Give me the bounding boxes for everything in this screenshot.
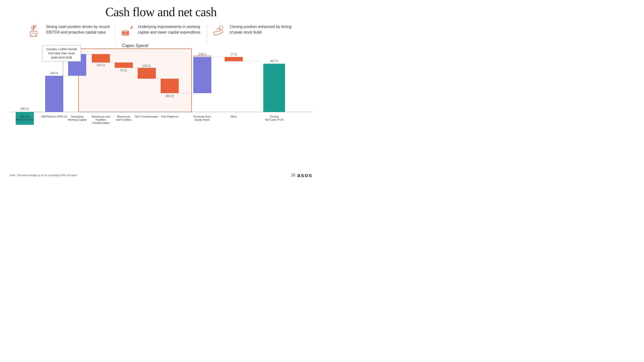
- svg-rect-38: [138, 68, 156, 79]
- svg-text:(19.2): (19.2): [96, 63, 105, 67]
- svg-point-9: [219, 26, 223, 29]
- svg-text:Warehouse: Warehouse: [117, 115, 130, 118]
- main-page: Cash flow and net cash Strong cash posit…: [0, 0, 322, 181]
- footer-right: 16 asos: [291, 172, 312, 179]
- svg-text:(28.0): (28.0): [142, 64, 151, 67]
- svg-text:EBITDA Excl IFRS 16: EBITDA Excl IFRS 16: [41, 115, 67, 118]
- svg-rect-42: [161, 79, 179, 93]
- svg-text:Underlying: Underlying: [71, 115, 84, 118]
- svg-text:Net Debt FY19: Net Debt FY19: [16, 118, 34, 121]
- svg-text:239.4: 239.4: [198, 52, 206, 56]
- svg-text:and Facilities: and Facilities: [116, 118, 132, 121]
- svg-text:(7.2): (7.2): [230, 52, 237, 56]
- svg-text:Facilities: Facilities: [96, 118, 106, 121]
- tooltip-text: Includes c.£89m benefit from later than …: [46, 47, 77, 59]
- bullets-section: Strong cash position driven by record EB…: [10, 24, 312, 38]
- svg-text:(60.2): (60.2): [166, 94, 174, 98]
- svg-text:Warehouse and: Warehouse and: [91, 115, 110, 118]
- footer: Note: The above bridge is on an excludin…: [10, 172, 312, 179]
- capex-label: Capex Spend: [122, 43, 148, 48]
- coins-stack-icon: [120, 24, 134, 38]
- svg-text:Proceeds from: Proceeds from: [194, 115, 211, 118]
- money-plant-icon: [28, 24, 43, 38]
- svg-text:240.9: 240.9: [50, 71, 58, 75]
- svg-text:Working Capital: Working Capital: [68, 118, 86, 121]
- bullet-1-text: Strong cash position driven by record EB…: [46, 24, 110, 35]
- bullet-3: Closing position enhanced by timing of p…: [207, 24, 299, 38]
- svg-text:(9.2): (9.2): [120, 68, 127, 72]
- bullet-2-text: Underlying improvements in working capit…: [138, 24, 202, 35]
- svg-text:Equity Raise: Equity Raise: [195, 118, 210, 121]
- svg-text:Tech Platforms: Tech Platforms: [161, 115, 178, 118]
- tooltip-box: Includes c.£89m benefit from later than …: [42, 45, 81, 61]
- hand-coins-icon: [212, 24, 226, 38]
- bullet-3-text: Closing position enhanced by timing of p…: [230, 24, 294, 35]
- svg-point-3: [34, 25, 36, 28]
- svg-rect-27: [92, 54, 110, 62]
- svg-rect-52: [225, 57, 243, 61]
- svg-text:Transformation: Transformation: [92, 121, 110, 124]
- page-title: Cash flow and net cash: [10, 5, 312, 19]
- bullet-2: Underlying improvements in working capit…: [115, 24, 207, 38]
- svg-point-2: [31, 26, 34, 29]
- svg-text:407.5: 407.5: [270, 59, 278, 63]
- svg-rect-0: [30, 31, 37, 36]
- svg-text:(90.5): (90.5): [20, 107, 29, 110]
- asos-logo: asos: [297, 172, 312, 179]
- svg-rect-33: [115, 62, 133, 68]
- chart-area: Includes c.£89m benefit from later than …: [10, 43, 312, 125]
- bullet-1: Strong cash position driven by record EB…: [24, 24, 115, 38]
- page-number: 16: [291, 173, 296, 177]
- svg-text:Opening: Opening: [20, 115, 30, 118]
- svg-rect-56: [263, 64, 285, 112]
- svg-rect-17: [45, 76, 63, 112]
- svg-text:Other: Other: [230, 115, 237, 118]
- svg-rect-1: [32, 33, 35, 36]
- svg-rect-46: [193, 57, 211, 93]
- svg-text:Closing: Closing: [270, 115, 279, 118]
- footer-note: Note: The above bridge is on an excludin…: [10, 174, 77, 177]
- svg-text:Tech Transformation: Tech Transformation: [134, 115, 159, 118]
- svg-text:Net Cash FY20: Net Cash FY20: [265, 118, 283, 121]
